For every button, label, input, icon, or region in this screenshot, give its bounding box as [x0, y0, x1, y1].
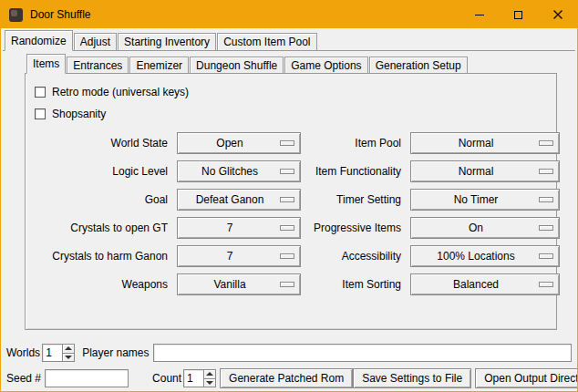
dropdown-indicator-icon	[539, 253, 553, 259]
minimize-icon	[475, 15, 484, 15]
dropdown-indicator-icon	[539, 282, 553, 287]
worlds-spin-arrows	[62, 344, 75, 362]
timer-setting-dropdown[interactable]: No Timer	[410, 189, 560, 211]
tab-dungeon-shuffle[interactable]: Dungeon Shuffle	[190, 57, 284, 73]
shopsanity-label: Shopsanity	[52, 108, 106, 120]
goal-label: Goal	[36, 193, 173, 206]
seed-label: Seed #	[6, 372, 41, 385]
close-button[interactable]	[538, 1, 577, 28]
count-spin-down-button[interactable]	[203, 379, 216, 388]
randomize-panel: Items Entrances Enemizer Dungeon Shuffle…	[25, 53, 557, 330]
dropdown-indicator-icon	[539, 169, 553, 174]
tab-enemizer[interactable]: Enemizer	[129, 57, 189, 73]
titlebar: Door Shuffle	[1, 1, 577, 28]
tab-randomize[interactable]: Randomize	[5, 30, 73, 51]
dropdown-value: No Glitches	[201, 165, 258, 178]
retro-mode-checkbox[interactable]: Retro mode (universal keys)	[35, 81, 556, 103]
tab-custom-item-pool[interactable]: Custom Item Pool	[217, 33, 316, 50]
checkbox-unchecked-icon	[35, 108, 46, 119]
logic-level-label: Logic Level	[36, 165, 173, 178]
count-spinbox	[183, 369, 216, 387]
crystals-ganon-dropdown[interactable]: 7	[177, 245, 301, 267]
count-spin-up-button[interactable]	[203, 369, 216, 379]
weapons-label: Weapons	[36, 278, 173, 291]
window-controls	[459, 1, 577, 28]
arrow-up-icon	[206, 372, 213, 376]
arrow-down-icon	[206, 381, 213, 385]
dropdown-indicator-icon	[280, 169, 294, 174]
item-pool-dropdown[interactable]: Normal	[410, 132, 560, 154]
inner-tab-bar: Items Entrances Enemizer Dungeon Shuffle…	[25, 53, 557, 73]
tab-starting-inventory[interactable]: Starting Inventory	[118, 33, 216, 50]
logic-level-dropdown[interactable]: No Glitches	[177, 160, 301, 182]
arrow-down-icon	[65, 356, 72, 359]
count-input[interactable]	[183, 369, 203, 387]
dropdown-value: No Timer	[454, 193, 499, 206]
crystals-ganon-label: Crystals to harm Ganon	[36, 250, 173, 263]
worlds-spin-down-button[interactable]	[62, 354, 75, 363]
crystals-gt-dropdown[interactable]: 7	[177, 217, 301, 239]
close-icon	[553, 10, 563, 19]
dropdown-indicator-icon	[280, 253, 294, 259]
worlds-input[interactable]	[42, 344, 62, 362]
dropdown-value: Normal	[459, 165, 494, 178]
dropdown-value: On	[469, 222, 483, 234]
dropdown-value: 100% Locations	[437, 250, 514, 263]
tab-entrances[interactable]: Entrances	[67, 57, 129, 73]
world-state-dropdown[interactable]: Open	[177, 132, 301, 154]
minimize-button[interactable]	[459, 1, 499, 28]
app-icon	[9, 8, 23, 22]
dropdown-indicator-icon	[539, 197, 553, 202]
arrow-up-icon	[65, 346, 72, 350]
dropdown-value: Normal	[459, 137, 494, 150]
weapons-dropdown[interactable]: Vanilla	[177, 273, 301, 295]
generate-patched-rom-button[interactable]: Generate Patched Rom	[220, 368, 353, 388]
retro-mode-label: Retro mode (universal keys)	[52, 86, 189, 98]
dropdown-indicator-icon	[280, 282, 294, 287]
seed-row: Seed # Count Generate Patched Rom Save S…	[1, 367, 577, 389]
dropdown-indicator-icon	[539, 140, 553, 146]
item-sorting-label: Item Sorting	[304, 278, 407, 291]
maximize-button[interactable]	[499, 1, 538, 28]
shopsanity-checkbox[interactable]: Shopsanity	[35, 103, 556, 125]
open-output-directory-button[interactable]: Open Output Directory	[475, 368, 578, 388]
dropdown-value: 7	[227, 222, 233, 234]
count-label: Count	[152, 372, 181, 385]
accessibility-dropdown[interactable]: 100% Locations	[410, 245, 560, 267]
app-window: Door Shuffle Randomize Adjust Starting I…	[0, 0, 578, 392]
count-spin-arrows	[203, 369, 216, 387]
timer-setting-label: Timer Setting	[304, 193, 407, 206]
item-pool-label: Item Pool	[304, 137, 407, 150]
save-settings-button[interactable]: Save Settings to File	[353, 368, 471, 388]
tab-adjust[interactable]: Adjust	[74, 33, 117, 50]
tab-game-options[interactable]: Game Options	[284, 57, 367, 73]
worlds-row: Worlds Player names	[1, 342, 577, 364]
dropdown-value: 7	[227, 250, 233, 263]
accessibility-label: Accessibility	[304, 250, 407, 263]
dropdown-value: Balanced	[453, 278, 499, 291]
options-grid: World State Open Item Pool Normal Logic …	[36, 132, 556, 295]
worlds-label: Worlds	[6, 346, 40, 359]
player-names-input[interactable]	[153, 344, 573, 362]
checkbox-unchecked-icon	[35, 87, 46, 98]
items-panel: Retro mode (universal keys) Shopsanity W…	[25, 73, 557, 330]
dropdown-value: Defeat Ganon	[196, 193, 264, 206]
dropdown-value: Open	[216, 137, 243, 150]
main-tab-bar: Randomize Adjust Starting Inventory Cust…	[3, 30, 575, 51]
progressive-items-label: Progressive Items	[304, 222, 407, 234]
tab-generation-setup[interactable]: Generation Setup	[369, 57, 468, 73]
player-names-label: Player names	[82, 346, 149, 359]
dropdown-value: Vanilla	[213, 278, 245, 291]
tab-items[interactable]: Items	[26, 54, 66, 74]
dropdown-indicator-icon	[280, 225, 294, 231]
worlds-spinbox	[42, 344, 75, 362]
worlds-spin-up-button[interactable]	[62, 344, 75, 354]
item-functionality-dropdown[interactable]: Normal	[410, 160, 560, 182]
progressive-items-dropdown[interactable]: On	[410, 217, 560, 239]
goal-dropdown[interactable]: Defeat Ganon	[177, 189, 301, 211]
item-sorting-dropdown[interactable]: Balanced	[410, 273, 560, 295]
dropdown-indicator-icon	[539, 225, 553, 231]
crystals-gt-label: Crystals to open GT	[36, 222, 173, 234]
window-title: Door Shuffle	[30, 8, 91, 21]
seed-input[interactable]	[45, 369, 129, 387]
